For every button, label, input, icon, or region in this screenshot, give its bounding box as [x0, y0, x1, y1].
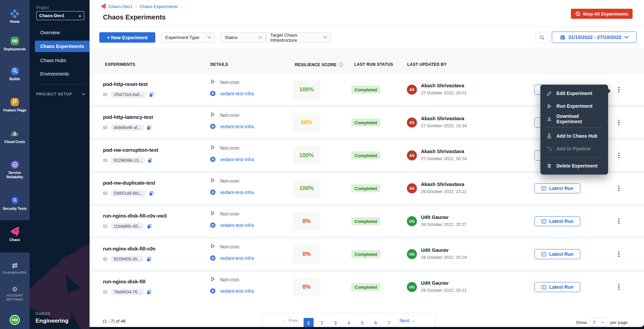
- rail-item-account-settings[interactable]: ⚙ ACCOUNT SETTINGS: [0, 286, 30, 301]
- page-number[interactable]: 5: [357, 318, 367, 327]
- breadcrumb-project-link[interactable]: Chaos-Dev1: [108, 4, 132, 9]
- feature-flags-icon: [10, 97, 19, 107]
- project-setup-toggle[interactable]: PROJECT SETUP: [36, 92, 86, 96]
- copy-icon[interactable]: [149, 191, 154, 196]
- experiment-name[interactable]: run-nginx-disk-fill-c0v: [103, 246, 156, 251]
- experiment-name[interactable]: pod-nw-corruption-test: [103, 147, 158, 153]
- row-menu-kebab-icon[interactable]: [615, 217, 622, 226]
- rail-item-cloud-costs[interactable]: Cloud Costs: [0, 129, 30, 144]
- avatar: AS: [407, 183, 417, 193]
- project-selector[interactable]: Chaos-Dev1 »: [36, 11, 84, 20]
- experiment-name[interactable]: pod-nw-duplicate-test: [103, 180, 155, 186]
- menu-item-delete-experiment[interactable]: Delete Experiment: [540, 159, 608, 172]
- search-button[interactable]: [535, 32, 548, 43]
- infra-link[interactable]: vedant-test-infra: [220, 255, 254, 261]
- service-reliability-icon: [10, 160, 19, 169]
- column-resilience-score: RESILIENCE SCORE: [295, 62, 343, 67]
- latest-run-button[interactable]: Latest Run: [534, 282, 580, 292]
- info-icon[interactable]: [338, 62, 343, 67]
- stop-all-experiments-button[interactable]: Stop All Experiments: [571, 9, 633, 19]
- page-number[interactable]: 7: [384, 318, 394, 327]
- page-number[interactable]: 4: [344, 318, 354, 327]
- play-outline-icon: [210, 79, 216, 85]
- kubernetes-icon: [210, 288, 216, 294]
- menu-item-run-experiment[interactable]: Run Experiment: [540, 100, 608, 112]
- page-number-active[interactable]: 1: [304, 318, 314, 327]
- table-row[interactable]: run-nginx-disk-fill-c0v-vw3 ID: 11bda88c…: [90, 206, 644, 236]
- page-size-select[interactable]: 7: [590, 318, 607, 327]
- infra-link[interactable]: vedant-test-infra: [220, 157, 254, 162]
- copy-icon[interactable]: [147, 158, 153, 163]
- user-avatar-wrap[interactable]: NM: [0, 315, 30, 325]
- page-number[interactable]: 2: [317, 318, 327, 327]
- rail-item-label: Home: [0, 19, 30, 24]
- row-menu-kebab-icon[interactable]: [615, 85, 622, 94]
- filter-target-infrastructure[interactable]: Target Chaos Infrastructure: [266, 32, 331, 43]
- rail-item-builds[interactable]: Builds: [0, 66, 30, 81]
- rail-item-label: Deployments: [0, 47, 30, 51]
- infra-link[interactable]: vedant-test-infra: [220, 124, 254, 129]
- sidebar-item-chaos-experiments[interactable]: Chaos Experiments: [35, 41, 90, 52]
- latest-run-button[interactable]: Latest Run: [534, 249, 580, 259]
- latest-run-button[interactable]: Latest Run: [534, 216, 580, 226]
- experiment-name[interactable]: pod-http-reset-test: [103, 81, 148, 87]
- latest-run-button[interactable]: Latest Run: [534, 183, 580, 193]
- id-chip: 92296568-13...: [111, 157, 145, 164]
- project-setup-label: PROJECT SETUP: [36, 92, 72, 96]
- copy-icon[interactable]: [147, 224, 152, 229]
- avatar[interactable]: NM: [10, 315, 20, 325]
- expand-chevrons-icon[interactable]: »: [78, 13, 81, 18]
- rail-item-service-reliability[interactable]: Service Reliability: [0, 160, 30, 179]
- rail-item-security-tests[interactable]: Security Tests: [0, 196, 30, 211]
- resilience-score: 50%: [293, 113, 320, 132]
- page-number[interactable]: 6: [371, 318, 381, 327]
- next-page-button[interactable]: Next →: [399, 318, 415, 323]
- home-icon: [10, 9, 19, 18]
- row-menu-kebab-icon[interactable]: [615, 184, 622, 193]
- gear-icon: ⚙: [0, 286, 30, 292]
- rail-item-dashboards[interactable]: DASHBOARDS: [0, 262, 30, 275]
- updated-date: 27 October 2022, 00:24: [421, 156, 467, 161]
- copy-icon[interactable]: [146, 125, 152, 130]
- page-number[interactable]: 3: [330, 318, 340, 327]
- infra-link[interactable]: vedant-test-infra: [220, 223, 254, 228]
- menu-divider: [546, 127, 603, 128]
- rail-item-feature-flags[interactable]: Feature Flags: [0, 97, 30, 112]
- pipeline-icon: [546, 146, 552, 152]
- row-menu-kebab-icon[interactable]: [615, 282, 622, 292]
- id-label: ID:: [103, 224, 108, 229]
- row-menu-kebab-icon[interactable]: [615, 151, 622, 160]
- menu-item-download-experiment[interactable]: Download Experiment: [540, 112, 608, 125]
- copy-icon[interactable]: [149, 92, 154, 97]
- experiment-name[interactable]: run-nginx-disk-fill-c0v-vw3: [103, 213, 167, 219]
- infra-link[interactable]: vedant-test-infra: [220, 288, 254, 294]
- date-range-picker[interactable]: 21/10/2022 - 27/10/2022: [552, 32, 637, 43]
- table-row[interactable]: run-nginx-disk-fill ID: 76e8f434-76... N…: [90, 272, 644, 302]
- copy-icon[interactable]: [146, 289, 152, 295]
- copy-icon[interactable]: [146, 256, 152, 262]
- row-menu-kebab-icon[interactable]: [615, 118, 622, 127]
- table-row[interactable]: run-nginx-disk-fill-c0v ID: 93784f05-35.…: [90, 239, 644, 269]
- sidebar-item-chaos-hubs[interactable]: Chaos Hubs: [30, 55, 90, 66]
- sidebar-item-overview[interactable]: Overview: [30, 27, 90, 38]
- infra-link[interactable]: vedant-test-infra: [220, 91, 254, 96]
- menu-item-add-to-chaos-hub[interactable]: Add to Chaos Hub: [540, 130, 608, 142]
- rail-item-home[interactable]: Home: [0, 9, 30, 24]
- row-menu-kebab-icon[interactable]: [615, 249, 622, 259]
- filter-experiment-type[interactable]: Experiment Type: [161, 32, 215, 43]
- rail-item-chaos[interactable]: Chaos: [0, 226, 30, 242]
- experiment-name[interactable]: pod-http-latency-test: [103, 114, 153, 120]
- menu-item-edit-experiment[interactable]: Edit Experiment: [540, 87, 608, 100]
- new-experiment-button[interactable]: + New Experiment: [99, 32, 155, 43]
- table-row[interactable]: pod-nw-duplicate-test ID: f26651d9-681..…: [90, 173, 644, 203]
- resilience-score: 0%: [293, 212, 320, 231]
- breadcrumb-experiments-link[interactable]: Chaos Experiments: [140, 4, 178, 9]
- chevron-down-icon: [624, 36, 629, 39]
- rail-item-deployments[interactable]: Deployments: [0, 36, 30, 51]
- sidebar-item-environments[interactable]: Environments: [30, 68, 90, 80]
- filter-status[interactable]: Status: [220, 32, 266, 43]
- latest-run-label: Latest Run: [549, 251, 573, 257]
- infra-link[interactable]: vedant-test-infra: [220, 190, 254, 195]
- prev-page-button[interactable]: ← Prev: [282, 318, 298, 323]
- experiment-name[interactable]: run-nginx-disk-fill: [103, 279, 146, 284]
